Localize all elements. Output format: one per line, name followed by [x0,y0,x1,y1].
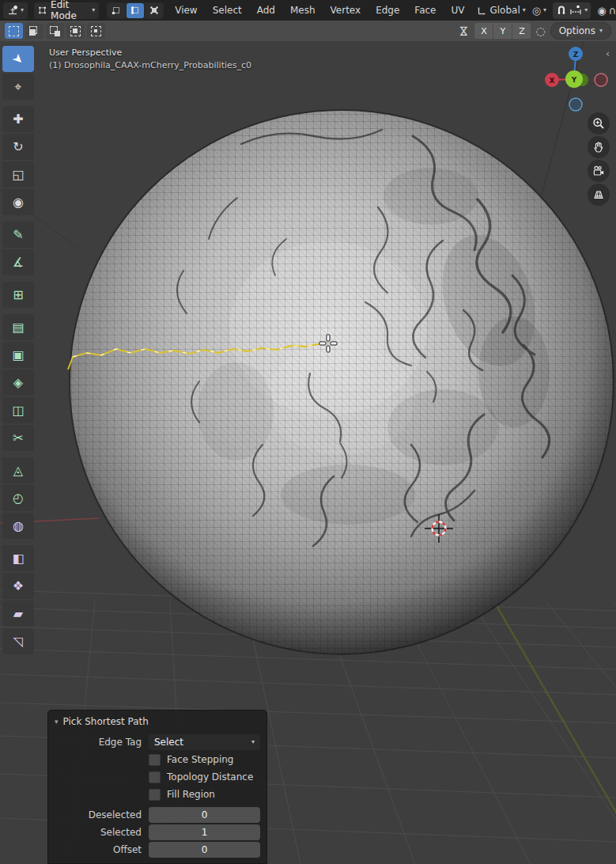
checkbox-row: Topology Distance [55,769,260,785]
sidebar-collapse-arrow[interactable]: ‹ [606,47,610,59]
field-label: Deselected [55,809,142,820]
tool-extrude-region[interactable]: ▤ [2,314,34,340]
select-action-invert-icon [70,26,81,36]
field-value-deselected[interactable]: 0 [149,807,260,823]
edge-tag-select[interactable]: Select ▾ [149,734,260,750]
select-mode-face-button[interactable] [145,3,163,18]
mirror-x-button[interactable]: X [474,23,493,39]
tool-shrink-fatten[interactable]: ❖ [2,573,34,599]
chevron-down-icon: ▾ [543,7,546,13]
tool-poly-build[interactable]: ◬ [2,457,34,483]
menu-select[interactable]: Select [213,5,242,16]
mode-dropdown[interactable]: Edit Mode ▾ [34,2,99,19]
tool-loop-cut[interactable]: ◫ [2,397,34,423]
shear-icon: ▰ [13,608,23,620]
hand-icon [592,141,605,153]
field-label: Offset [55,844,142,855]
mirror-z-button[interactable]: Z [512,23,531,39]
3d-viewport-editor-icon [7,5,18,16]
snap-base-icon[interactable]: ◌ [535,25,545,37]
chevron-down-icon: ▾ [584,7,588,13]
transform-icon: ◉ [13,196,24,209]
chevron-down-icon: ▾ [523,7,526,13]
checkbox-fill-region[interactable] [149,789,161,801]
transform-orientation-dropdown[interactable]: Global ▾ [477,5,525,16]
tool-knife[interactable]: ✂ [2,425,34,451]
camera-view-button[interactable] [588,160,610,182]
spin-icon: ◴ [13,492,24,505]
mirror-y-button[interactable]: Y [493,23,512,39]
select-box-icon: ➤ [10,51,27,67]
navigation-gizmo[interactable]: Z X Y [540,41,613,114]
tool-annotate[interactable]: ✎ [2,222,34,248]
checkbox-label: Topology Distance [167,771,253,783]
pivot-point-dropdown[interactable]: ◎ ▾ [532,6,546,16]
select-action-subtract-button[interactable] [46,23,64,39]
knife-icon: ✂ [13,432,23,445]
tool-rip-region[interactable]: ◹ [2,628,34,654]
tool-scale[interactable]: ◱ [2,161,34,188]
tool-spin[interactable]: ◴ [2,485,34,511]
snap-group: ▾ [553,2,591,19]
menu-bar: ViewSelectAddMeshVertexEdgeFaceUV [175,5,464,16]
edit-mode-icon [38,5,47,16]
mirror-axis-group: X Y Z [474,23,531,39]
perspective-toggle-button[interactable] [588,184,610,206]
tool-inset-faces[interactable]: ▣ [2,342,34,368]
extrude-icon: ▤ [12,321,24,334]
snap-target-icon[interactable] [569,5,582,16]
menu-add[interactable]: Add [257,5,275,16]
options-label: Options [559,25,595,36]
menu-edge[interactable]: Edge [376,5,399,16]
select-action-set-button[interactable] [5,23,23,39]
measure-ruler-icon: ∡ [13,256,24,269]
annotate-pen-icon: ✎ [13,229,23,241]
gizmo-axis-x-neg[interactable] [595,74,607,86]
tool-smooth[interactable]: ◍ [2,513,34,539]
editor-type-button[interactable]: ▾ [3,2,28,19]
menu-mesh[interactable]: Mesh [290,5,316,16]
menu-face[interactable]: Face [414,5,436,16]
checkbox-face-stepping[interactable] [149,754,161,766]
checkbox-row: Fill Region [55,786,260,802]
select-action-invert-button[interactable] [66,23,85,39]
field-value-offset[interactable]: 0 [149,842,260,858]
options-dropdown[interactable]: Options ▾ [550,22,611,40]
menu-uv[interactable]: UV [451,5,464,16]
gizmo-axis-z-neg[interactable] [569,98,582,111]
falloff-curve-icon[interactable]: ∩ [608,6,616,16]
tool-measure[interactable]: ∡ [2,249,34,275]
tool-transform[interactable]: ◉ [2,189,34,215]
tool-shear[interactable]: ▰ [2,601,34,627]
tool-cursor[interactable]: ⌖ [2,74,34,100]
checkbox-label: Face Stepping [167,754,233,765]
checkbox-topology-distance[interactable] [149,771,161,783]
field-label: Selected [55,827,142,838]
rip-region-icon: ◹ [13,635,23,648]
tool-rotate[interactable]: ↻ [2,134,34,160]
menu-view[interactable]: View [175,5,197,16]
bevel-icon: ◈ [13,377,23,389]
tool-move[interactable]: ✚ [2,106,34,132]
tool-select-box[interactable]: ➤ [2,46,34,72]
add-cube-icon: ⊞ [13,289,23,301]
select-mode-edge-button[interactable] [127,3,144,18]
tool-edge-slide[interactable]: ◧ [2,545,34,571]
tool-add-cube[interactable]: ⊞ [2,282,34,308]
shrink-fatten-icon: ❖ [13,580,24,593]
checkbox-row: Face Stepping [55,752,260,767]
zoom-button[interactable] [588,112,610,135]
chevron-down-icon: ▾ [21,7,24,13]
select-action-extend-button[interactable] [25,23,43,39]
proportional-editing-icon[interactable]: ◉ [597,6,606,16]
select-action-intersect-button[interactable] [87,23,105,39]
pan-button[interactable] [588,136,610,158]
field-value-selected[interactable]: 1 [149,824,260,840]
tool-bevel[interactable]: ◈ [2,369,34,396]
move-icon: ✚ [13,113,23,126]
mirror-butterfly-icon: ⋈ [458,25,471,36]
magnet-icon[interactable] [556,5,567,16]
select-mode-vertex-button[interactable] [108,3,125,18]
panel-collapse-icon[interactable]: ▾ [55,718,59,726]
menu-vertex[interactable]: Vertex [331,5,361,16]
